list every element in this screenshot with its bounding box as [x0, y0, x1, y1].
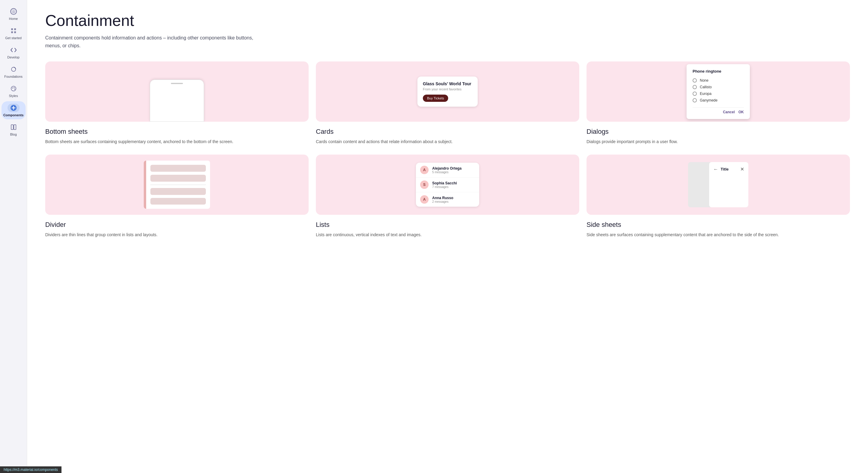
- book-icon: [10, 124, 17, 131]
- component-card-lists[interactable]: A Alejandro Ortega 5 messages S Sophia S…: [316, 155, 579, 241]
- divider-preview: [45, 155, 309, 215]
- page-subtitle: Containment components hold information …: [45, 34, 256, 50]
- back-arrow-icon: ←: [713, 167, 718, 172]
- side-sheet-back: ← Title: [713, 167, 729, 172]
- palette-icon-wrap: [7, 84, 20, 93]
- dialog-option-none: None: [692, 77, 744, 84]
- dialogs-body: Dialogs Dialogs provide important prompt…: [587, 122, 850, 147]
- svg-rect-5: [11, 31, 13, 33]
- side-sheet-panel: ← Title ✕: [709, 162, 748, 207]
- lists-title: Lists: [316, 221, 579, 229]
- component-card-divider[interactable]: Divider Dividers are thin lines that gro…: [45, 155, 309, 241]
- list-name-2: Sophia Sacchi: [432, 181, 457, 185]
- cards-mockup: Glass Souls' World Tour From your recent…: [417, 76, 478, 107]
- side-sheets-body: Side sheets Side sheets are surfaces con…: [587, 215, 850, 241]
- svg-point-10: [13, 87, 14, 88]
- code-icon: [10, 46, 17, 54]
- side-sheets-preview: ← Title ✕: [587, 155, 850, 215]
- svg-point-8: [11, 86, 16, 91]
- sidebar-item-components-label: Components: [3, 113, 24, 117]
- dialog-mockup: Phone ringtone None Callisto Europa: [687, 64, 750, 119]
- svg-rect-15: [11, 125, 13, 130]
- lists-desc: Lists are continuous, vertical indexes o…: [316, 232, 579, 238]
- component-card-dialogs[interactable]: Phone ringtone None Callisto Europa: [587, 61, 850, 147]
- dialog-radio-europa: [692, 92, 697, 96]
- sidebar-item-components[interactable]: Components: [1, 101, 26, 119]
- svg-rect-4: [14, 28, 16, 30]
- component-card-bottom-sheets[interactable]: Bottom sheets Bottom sheets are surfaces…: [45, 61, 309, 147]
- sidebar-item-blog[interactable]: Blog: [1, 121, 26, 138]
- lists-body: Lists Lists are continuous, vertical ind…: [316, 215, 579, 241]
- cards-preview: Glass Souls' World Tour From your recent…: [316, 61, 579, 122]
- sidebar-item-home-label: Home: [9, 17, 18, 21]
- cards-preview-button[interactable]: Buy Tickets: [423, 95, 448, 102]
- divider-row-1: [150, 165, 206, 172]
- dialogs-preview: Phone ringtone None Callisto Europa: [587, 61, 850, 122]
- sidebar-item-blog-label: Blog: [10, 132, 17, 136]
- component-card-cards[interactable]: Glass Souls' World Tour From your recent…: [316, 61, 579, 147]
- side-sheets-desc: Side sheets are surfaces containing supp…: [587, 232, 850, 238]
- book-icon-wrap: [7, 123, 20, 131]
- svg-text:⌂: ⌂: [12, 9, 14, 13]
- divider-row-2: [150, 175, 206, 182]
- list-name-1: Alejandro Ortega: [432, 166, 461, 170]
- bottom-sheets-title: Bottom sheets: [45, 128, 309, 135]
- page-title: Containment: [45, 12, 850, 29]
- dialog-radio-none: [692, 78, 697, 83]
- sidebar-item-get-started[interactable]: Get started: [1, 24, 26, 42]
- dialog-option-none-label: None: [700, 78, 709, 83]
- list-text-3: Anna Russo 2 messages: [432, 196, 453, 203]
- cards-preview-sub: From your recent favorites: [423, 87, 472, 91]
- swatch-icon: [10, 66, 17, 73]
- dialog-option-ganymede-label: Ganymede: [700, 98, 718, 102]
- list-item-2: S Sophia Sacchi 7 messages: [416, 178, 479, 192]
- bottom-sheets-desc: Bottom sheets are surfaces containing su…: [45, 138, 309, 145]
- dialog-option-callisto-label: Callisto: [700, 85, 712, 89]
- side-sheets-title: Side sheets: [587, 221, 850, 229]
- cards-title: Cards: [316, 128, 579, 135]
- sidebar-item-develop-label: Develop: [7, 56, 19, 59]
- svg-point-9: [12, 88, 13, 89]
- list-avatar-1: A: [420, 166, 429, 174]
- divider-right-content: [146, 161, 210, 209]
- dialog-option-callisto: Callisto: [692, 84, 744, 90]
- list-avatar-3: A: [420, 195, 429, 204]
- sidebar-item-develop[interactable]: Develop: [1, 43, 26, 61]
- side-sheet-close-icon[interactable]: ✕: [740, 166, 744, 172]
- svg-point-11: [14, 89, 15, 90]
- component-card-side-sheets[interactable]: ← Title ✕ Side sheets Side sheets are su…: [587, 155, 850, 241]
- bottom-sheet-mockup: [150, 80, 204, 122]
- cards-body: Cards Cards contain content and actions …: [316, 122, 579, 147]
- side-sheet-title: Title: [721, 167, 729, 171]
- cards-desc: Cards contain content and actions that r…: [316, 138, 579, 145]
- dialog-option-ganymede: Ganymede: [692, 97, 744, 104]
- dialog-option-europa-label: Europa: [700, 92, 712, 96]
- lists-preview: A Alejandro Ortega 5 messages S Sophia S…: [316, 155, 579, 215]
- divider-body: Divider Dividers are thin lines that gro…: [45, 215, 309, 241]
- sidebar-item-styles-label: Styles: [9, 94, 18, 98]
- svg-rect-3: [11, 28, 13, 30]
- divider-separator: [150, 185, 206, 185]
- sidebar-item-styles[interactable]: Styles: [1, 82, 26, 100]
- sidebar-item-home[interactable]: ⌂ Home: [1, 5, 26, 23]
- list-sub-3: 2 messages: [432, 200, 453, 203]
- list-text-2: Sophia Sacchi 7 messages: [432, 181, 457, 189]
- dialog-radio-callisto: [692, 85, 697, 89]
- dialog-cancel-button[interactable]: Cancel: [723, 110, 735, 114]
- plus-circle-icon: [10, 104, 17, 112]
- side-sheet-mockup: ← Title ✕: [688, 162, 748, 207]
- code-icon-wrap: [7, 46, 20, 54]
- list-sub-2: 7 messages: [432, 185, 457, 189]
- sidebar-item-foundations[interactable]: Foundations: [1, 63, 26, 81]
- list-item-3: A Anna Russo 2 messages: [416, 192, 479, 207]
- bottom-sheets-body: Bottom sheets Bottom sheets are surfaces…: [45, 122, 309, 147]
- components-grid: Bottom sheets Bottom sheets are surfaces…: [45, 61, 850, 241]
- svg-rect-6: [14, 31, 16, 33]
- dialog-option-europa: Europa: [692, 90, 744, 97]
- bottom-sheet-handle: [171, 83, 183, 84]
- svg-rect-16: [14, 125, 16, 130]
- sidebar-item-get-started-label: Get started: [5, 36, 22, 40]
- sidebar-item-foundations-label: Foundations: [4, 75, 23, 78]
- grid-icon: [10, 27, 17, 34]
- dialog-ok-button[interactable]: OK: [738, 110, 744, 114]
